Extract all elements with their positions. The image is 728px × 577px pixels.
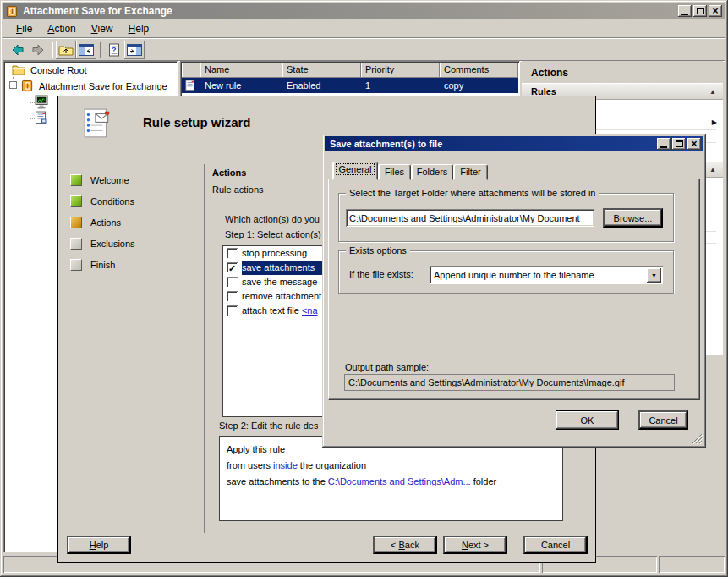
back-button[interactable]: < Back bbox=[373, 536, 437, 554]
maximize-button[interactable] bbox=[672, 138, 686, 150]
step-done-indicator bbox=[70, 195, 82, 207]
up-folder-icon bbox=[58, 43, 74, 56]
header-cell-comments[interactable]: Comments bbox=[440, 63, 518, 78]
ok-button[interactable]: OK bbox=[556, 410, 619, 430]
exists-options-legend: Exists options bbox=[346, 245, 410, 256]
minimize-icon bbox=[681, 14, 688, 15]
description-line: from users inside the organization bbox=[227, 458, 556, 474]
file-exists-label: If the file exists: bbox=[349, 269, 413, 279]
table-row[interactable]: New rule Enabled 1 copy bbox=[182, 78, 518, 93]
tree-item-console-root[interactable]: Console Root bbox=[12, 64, 87, 75]
next-button[interactable]: Next > bbox=[443, 536, 507, 554]
wizard-icon bbox=[82, 107, 112, 140]
browse-button[interactable]: Browse... bbox=[603, 208, 663, 228]
named-file-link[interactable]: <na bbox=[302, 305, 318, 316]
dialog-titlebar: Save attachment(s) to file × bbox=[325, 136, 703, 151]
back-button[interactable] bbox=[8, 41, 28, 59]
wizard-step-actions[interactable]: Actions bbox=[70, 213, 121, 232]
wizard-step-finish[interactable]: Finish bbox=[70, 256, 115, 274]
output-sample-label: Output path sample: bbox=[345, 362, 429, 372]
output-sample-field: C:\Documents and Settings\Administrator\… bbox=[344, 374, 675, 391]
header-cell-priority[interactable]: Priority bbox=[361, 63, 440, 78]
description-line: save attachments to the C:\Documents and… bbox=[227, 474, 556, 490]
up-one-level-button[interactable] bbox=[56, 41, 76, 59]
target-folder-link[interactable]: C:\Documents and Settings\Adm... bbox=[328, 476, 471, 486]
tree-item-rules[interactable] bbox=[35, 111, 47, 124]
header-cell-state[interactable]: State bbox=[282, 63, 361, 78]
step-pending-indicator bbox=[70, 259, 82, 271]
exists-options-group: Exists options If the file exists: Appen… bbox=[338, 250, 674, 294]
rule-icon bbox=[184, 80, 196, 91]
menu-item-view[interactable]: View bbox=[85, 21, 120, 36]
help-button[interactable]: Help bbox=[67, 536, 131, 554]
app-icon bbox=[6, 5, 19, 18]
step2-label: Step 2: Edit the rule des bbox=[219, 420, 318, 431]
wizard-section-subheading: Rule actions bbox=[212, 184, 264, 195]
wizard-section-heading: Actions bbox=[212, 168, 246, 178]
tree-item-attachment-save[interactable]: Attachment Save for Exchange bbox=[21, 80, 167, 92]
inside-link[interactable]: inside bbox=[273, 460, 298, 470]
more-actions-icon[interactable]: ▶ bbox=[712, 118, 717, 126]
status-segment bbox=[659, 556, 725, 573]
maximize-icon bbox=[676, 140, 683, 147]
tree-connector bbox=[30, 92, 30, 119]
action-pane-toggle-button[interactable] bbox=[124, 41, 145, 59]
target-path-input[interactable] bbox=[346, 209, 594, 227]
header-cell-icon[interactable] bbox=[182, 63, 200, 78]
wizard-question: Which action(s) do you bbox=[225, 214, 320, 224]
tree-item-monitor[interactable] bbox=[35, 95, 48, 109]
menu-item-file[interactable]: File bbox=[9, 21, 39, 36]
resize-grip[interactable] bbox=[692, 433, 703, 444]
cancel-button[interactable]: Cancel bbox=[638, 410, 688, 430]
cell-priority: 1 bbox=[361, 80, 440, 91]
file-exists-combobox[interactable]: Append unique number to the filename ▼ bbox=[430, 266, 663, 284]
checkbox-unchecked[interactable] bbox=[227, 277, 238, 288]
forward-button[interactable] bbox=[28, 41, 48, 59]
wizard-step-exclusions[interactable]: Exclusions bbox=[70, 234, 135, 253]
sidebar-separator bbox=[204, 164, 205, 533]
chevron-down-icon[interactable]: ▼ bbox=[647, 268, 661, 283]
menu-item-help[interactable]: Help bbox=[122, 21, 156, 36]
header-cell-name[interactable]: Name bbox=[200, 63, 282, 78]
step-label: Finish bbox=[90, 260, 115, 270]
target-folder-legend: Select the Target Folder where attachmen… bbox=[346, 188, 599, 198]
step-label: Welcome bbox=[90, 175, 129, 185]
window-titlebar: Attachment Save for Exchange × bbox=[3, 3, 725, 19]
maximize-icon bbox=[697, 8, 704, 14]
collapse-icon[interactable]: ▲ bbox=[709, 166, 716, 173]
list-header: Name State Priority Comments bbox=[182, 63, 518, 78]
minimize-button[interactable] bbox=[678, 5, 692, 17]
tab-general[interactable]: General bbox=[332, 162, 378, 180]
rule-description-box: Apply this rule from users inside the or… bbox=[219, 436, 563, 521]
close-button[interactable]: × bbox=[687, 138, 701, 150]
maximize-button[interactable] bbox=[693, 5, 707, 17]
combobox-value: Append unique number to the filename bbox=[430, 270, 647, 280]
close-button[interactable]: × bbox=[709, 5, 722, 17]
minimize-button[interactable] bbox=[657, 138, 671, 150]
checkbox-unchecked[interactable] bbox=[227, 305, 238, 316]
cell-comments: copy bbox=[440, 80, 518, 91]
close-icon: × bbox=[691, 140, 697, 148]
checkbox-unchecked[interactable] bbox=[227, 248, 238, 259]
main-window: Attachment Save for Exchange × File Acti… bbox=[0, 0, 728, 577]
step-pending-indicator bbox=[70, 238, 82, 250]
console-tree-toggle-button[interactable] bbox=[76, 41, 96, 59]
menu-item-action[interactable]: Action bbox=[41, 21, 82, 36]
toolbar-separator bbox=[52, 42, 52, 58]
cancel-button[interactable]: Cancel bbox=[523, 536, 588, 554]
step-current-indicator bbox=[70, 217, 82, 228]
action-pane-icon bbox=[127, 44, 142, 56]
attachment-save-icon bbox=[21, 80, 34, 92]
help-button[interactable]: ? bbox=[104, 41, 124, 59]
checkbox-checked[interactable]: ✓ bbox=[227, 262, 238, 273]
save-attachments-dialog: Save attachment(s) to file × General Fil… bbox=[322, 134, 706, 448]
wizard-step-conditions[interactable]: Conditions bbox=[70, 192, 134, 211]
wizard-step-welcome[interactable]: Welcome bbox=[70, 171, 129, 190]
step-label: Conditions bbox=[90, 196, 134, 206]
tree-collapse-toggle[interactable] bbox=[9, 81, 17, 89]
collapse-icon[interactable]: ▲ bbox=[709, 88, 716, 96]
rules-icon bbox=[35, 111, 47, 124]
checkbox-unchecked[interactable] bbox=[227, 291, 238, 302]
step1-label: Step 1: Select action(s) bbox=[225, 229, 321, 239]
step-label: Actions bbox=[90, 217, 121, 228]
